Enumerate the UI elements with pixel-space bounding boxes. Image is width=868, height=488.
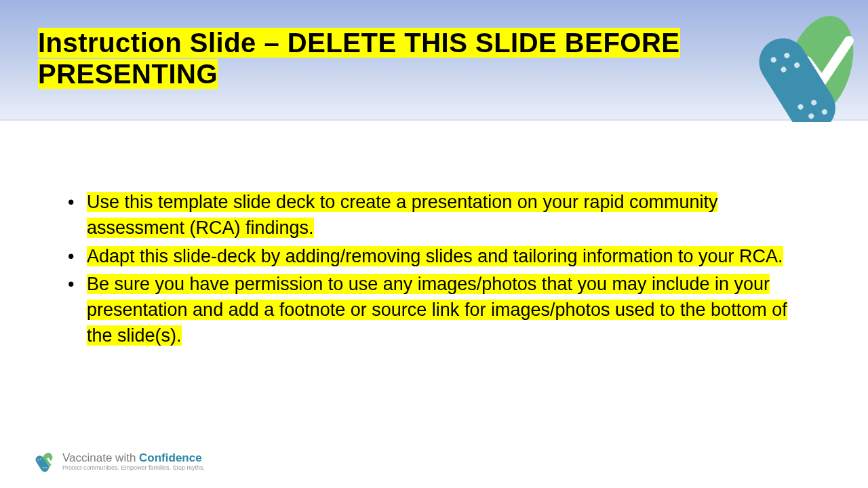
footer-title-part1: Vaccinate with xyxy=(62,451,139,464)
bullet-text: Be sure you have permission to use any i… xyxy=(87,274,787,346)
bandage-check-logo xyxy=(734,7,863,122)
bullet-text: Adapt this slide-deck by adding/removing… xyxy=(87,246,783,266)
footer-logo: Vaccinate with Confidence Protect commun… xyxy=(34,451,205,472)
slide: Instruction Slide – DELETE THIS SLIDE BE… xyxy=(0,0,868,488)
footer-title: Vaccinate with Confidence xyxy=(62,452,205,464)
bullet-list: Use this template slide deck to create a… xyxy=(68,190,800,349)
bullet-text: Use this template slide deck to create a… xyxy=(87,192,717,238)
footer-tagline: Protect communities. Empower families. S… xyxy=(62,465,205,471)
list-item: Use this template slide deck to create a… xyxy=(68,190,800,241)
title-text: Instruction Slide – DELETE THIS SLIDE BE… xyxy=(38,28,680,89)
footer-title-part2: Confidence xyxy=(139,451,202,464)
footer-text: Vaccinate with Confidence Protect commun… xyxy=(62,452,205,471)
bandage-check-icon xyxy=(34,451,57,472)
list-item: Adapt this slide-deck by adding/removing… xyxy=(68,244,800,270)
body-content: Use this template slide deck to create a… xyxy=(68,190,800,352)
slide-title: Instruction Slide – DELETE THIS SLIDE BE… xyxy=(38,27,732,89)
header-band: Instruction Slide – DELETE THIS SLIDE BE… xyxy=(0,0,868,121)
list-item: Be sure you have permission to use any i… xyxy=(68,272,800,348)
